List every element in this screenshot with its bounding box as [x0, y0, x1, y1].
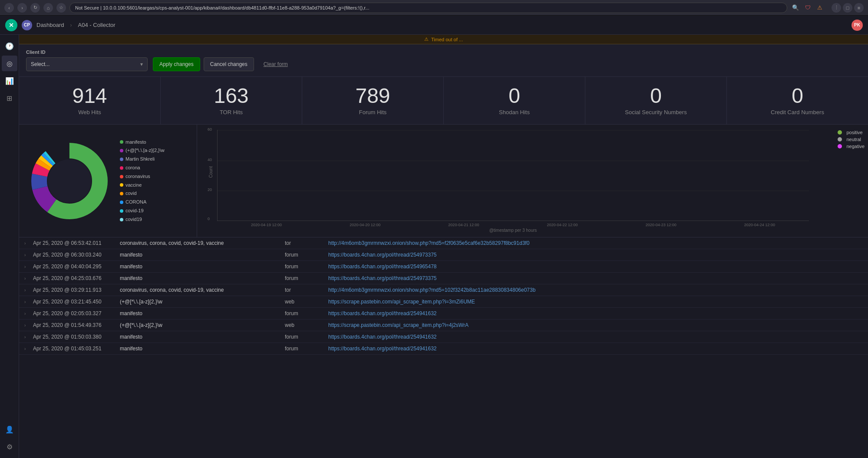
url-bar[interactable] [69, 3, 787, 13]
sidebar-item-visualize[interactable]: 📊 [2, 73, 17, 89]
col-url[interactable]: http://4m6omb3gmrmnwzxi.onion/show.php?m… [328, 240, 863, 246]
legend-dot [120, 201, 123, 204]
col-source: forum [285, 275, 328, 281]
breadcrumb-sep: › [70, 22, 72, 28]
home-button[interactable]: ⌂ [43, 3, 53, 13]
cancel-changes-button[interactable]: Cancel changes [204, 57, 254, 71]
web-hits-number: 914 [72, 86, 107, 106]
col-url[interactable]: https://boards.4chan.org/pol/thread/2549… [328, 252, 863, 258]
y-label-40: 40 [208, 158, 212, 162]
stat-card-shodan-hits: 0 Shodan Hits [444, 77, 585, 124]
table-row[interactable]: › Apr 25, 2020 @ 04:40:04.295 manifesto … [19, 261, 868, 273]
x-label-1: 2020-04-20 12:00 [350, 223, 380, 227]
legend-dot [120, 183, 123, 187]
col-url[interactable]: https://boards.4chan.org/pol/thread/2549… [328, 264, 863, 270]
app-body: 🕐 ◎ 📊 ⊞ 👤 ⚙ ⚠ Timed out of ... Client ID… [0, 35, 868, 458]
row-expand-icon[interactable]: › [24, 300, 33, 304]
client-id-select[interactable]: Select... ▾ [26, 57, 148, 71]
col-url[interactable]: https://scrape.pastebin.com/api_scrape_i… [328, 322, 863, 328]
row-expand-icon[interactable]: › [24, 264, 33, 269]
table-row[interactable]: › Apr 25, 2020 @ 01:45:03.251 manifesto … [19, 343, 868, 355]
col-url[interactable]: https://boards.4chan.org/pol/thread/2549… [328, 275, 863, 281]
col-source: tor [285, 240, 328, 246]
donut-chart [26, 138, 113, 224]
shodan-hits-label: Shodan Hits [499, 109, 530, 115]
y-label-60: 60 [208, 127, 212, 132]
menu-button[interactable]: ≡ [854, 3, 864, 13]
row-expand-icon[interactable]: › [24, 335, 33, 339]
col-url[interactable]: https://boards.4chan.org/pol/thread/2549… [328, 334, 863, 340]
table-row[interactable]: › Apr 25, 2020 @ 03:21:45.450 (+@[*\.\.[… [19, 296, 868, 308]
stat-card-web-hits: 914 Web Hits [19, 77, 161, 124]
legend-label: Martin Shkreli [125, 155, 155, 164]
col-timestamp: Apr 25, 2020 @ 01:45:03.251 [33, 346, 120, 352]
legend-item: covid-19 [120, 207, 165, 215]
sidebar-item-user[interactable]: 👤 [2, 422, 17, 437]
chevron-down-icon: ▾ [140, 61, 143, 67]
table-row[interactable]: › Apr 25, 2020 @ 06:53:42.011 coronaviru… [19, 237, 868, 249]
col-url[interactable]: https://boards.4chan.org/pol/thread/2549… [328, 310, 863, 316]
col-source: web [285, 299, 328, 305]
table-row[interactable]: › Apr 25, 2020 @ 03:29:11.913 coronaviru… [19, 284, 868, 296]
row-expand-icon[interactable]: › [24, 241, 33, 246]
row-expand-icon[interactable]: › [24, 346, 33, 351]
bar-legend-label: negative [846, 144, 865, 149]
col-keywords: manifesto [120, 334, 285, 340]
table-row[interactable]: › Apr 25, 2020 @ 01:54:49.376 (+@[*\.\.[… [19, 320, 868, 331]
col-url[interactable]: http://4m6omb3gmrmnwzxi.onion/show.php?m… [328, 287, 863, 293]
bar-legend-dot [838, 130, 842, 135]
col-url[interactable]: https://boards.4chan.org/pol/thread/2549… [328, 346, 863, 352]
sidebar-item-dashboard[interactable]: ⊞ [2, 90, 17, 106]
legend-dot [120, 140, 123, 144]
ssn-label: Social Security Numbers [625, 109, 686, 115]
bar-legend-label: neutral [846, 137, 861, 142]
web-hits-label: Web Hits [78, 109, 101, 115]
legend-label: manifesto [125, 138, 146, 147]
legend-dot [120, 218, 123, 221]
legend-item: Martin Shkreli [120, 155, 165, 164]
zoom-button[interactable]: 🔍 [791, 3, 800, 13]
data-table: › Apr 25, 2020 @ 06:53:42.011 coronaviru… [19, 237, 868, 458]
legend-label: covid [125, 189, 137, 198]
legend-label: (+@[*\.\.[a-z]{2,}\w [125, 146, 165, 155]
alert-icon[interactable]: ⚠ [815, 3, 825, 13]
table-row[interactable]: › Apr 25, 2020 @ 02:05:03.327 manifesto … [19, 308, 868, 320]
back-button[interactable]: ‹ [4, 3, 14, 13]
user-avatar[interactable]: PK [851, 20, 863, 31]
legend-item: vaccine [120, 181, 165, 190]
table-row[interactable]: › Apr 25, 2020 @ 01:50:03.380 manifesto … [19, 331, 868, 343]
forward-button[interactable]: › [17, 3, 27, 13]
clear-form-button[interactable]: Clear form [257, 57, 294, 71]
breadcrumb-dashboard[interactable]: Dashboard [36, 22, 64, 28]
warning-message: Timed out of ... [431, 37, 463, 42]
row-expand-icon[interactable]: › [24, 288, 33, 293]
row-expand-icon[interactable]: › [24, 311, 33, 316]
tor-hits-label: TOR Hits [220, 109, 243, 115]
legend-item: covid19 [120, 215, 165, 224]
col-timestamp: Apr 25, 2020 @ 01:50:03.380 [33, 334, 120, 340]
filter-group-client: Client ID Select... ▾ [26, 49, 148, 71]
shield-icon[interactable]: 🛡 [803, 3, 812, 13]
row-expand-icon[interactable]: › [24, 323, 33, 328]
apply-changes-button[interactable]: Apply changes [153, 57, 200, 71]
sidebar-item-settings[interactable]: ⚙ [2, 439, 17, 455]
row-expand-icon[interactable]: › [24, 276, 33, 281]
col-url[interactable]: https://scrape.pastebin.com/api_scrape_i… [328, 299, 863, 305]
breadcrumb-collector[interactable]: A04 - Collector [78, 22, 116, 28]
extensions-button[interactable]: ⋮ [832, 3, 841, 13]
bookmark-button[interactable]: ☆ [56, 3, 66, 13]
stat-card-ccn: 0 Credit Card Numbers [727, 77, 868, 124]
sidebar-item-history[interactable]: 🕐 [2, 38, 17, 54]
sidebar-item-home[interactable]: ◎ [2, 56, 17, 71]
legend-label: CORONA [125, 198, 146, 207]
tab-button[interactable]: □ [843, 3, 852, 13]
reload-button[interactable]: ↻ [30, 3, 40, 13]
col-keywords: manifesto [120, 252, 285, 258]
x-label-2: 2020-04-21 12:00 [448, 223, 479, 227]
table-row[interactable]: › Apr 25, 2020 @ 06:30:03.240 manifesto … [19, 249, 868, 261]
donut-panel: manifesto(+@[*\.\.[a-z]{2,}\wMartin Shkr… [19, 125, 197, 237]
row-expand-icon[interactable]: › [24, 253, 33, 257]
table-row[interactable]: › Apr 25, 2020 @ 04:25:03.676 manifesto … [19, 273, 868, 284]
col-timestamp: Apr 25, 2020 @ 06:53:42.011 [33, 240, 120, 246]
warning-banner: ⚠ Timed out of ... [19, 35, 868, 44]
